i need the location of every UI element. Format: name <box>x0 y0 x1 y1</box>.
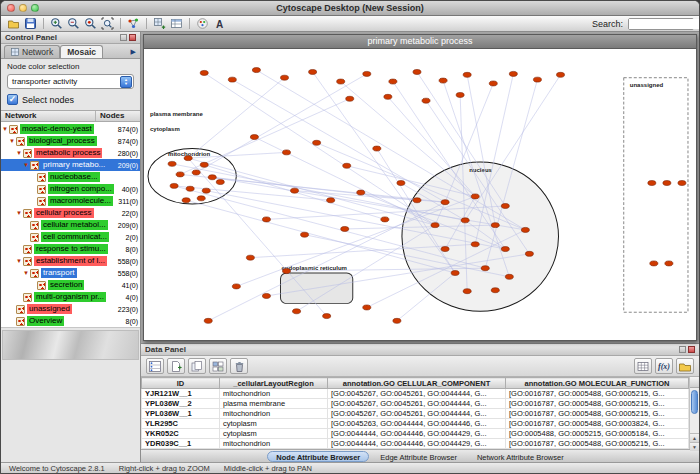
new-attribute-icon[interactable] <box>167 358 185 374</box>
graph-node[interactable] <box>182 198 190 203</box>
graph-node[interactable] <box>456 92 464 97</box>
tree-item[interactable]: ▼mosaic-demo-yeast874(0) <box>1 123 140 135</box>
graph-node[interactable] <box>168 161 176 166</box>
graph-node[interactable] <box>200 162 208 167</box>
delete-attribute-icon[interactable] <box>230 358 248 374</box>
tree-item[interactable]: cellular metabol...209(0) <box>1 219 140 231</box>
annotation-icon[interactable]: A <box>212 17 227 31</box>
graph-node[interactable] <box>363 71 371 76</box>
graph-node[interactable] <box>357 190 365 195</box>
import-attributes-icon[interactable] <box>676 358 694 374</box>
graph-node[interactable] <box>525 251 533 256</box>
zoom-selected-icon[interactable] <box>83 17 98 31</box>
graph-node[interactable] <box>491 223 499 228</box>
table-vertical-scrollbar[interactable]: ▲ ▼ <box>689 377 699 449</box>
close-window-button[interactable] <box>7 4 15 12</box>
graph-node[interactable] <box>461 218 469 223</box>
graph-node[interactable] <box>327 198 335 203</box>
tab-edge-attribute-browser[interactable]: Edge Attribute Browser <box>371 451 466 462</box>
tree-expander-icon[interactable]: ▼ <box>22 270 30 276</box>
graph-node[interactable] <box>313 140 321 145</box>
network-window[interactable]: primary metabolic process plasma membran… <box>143 34 697 341</box>
graph-node[interactable] <box>663 181 671 186</box>
float-panel-icon[interactable] <box>679 346 686 353</box>
column-header[interactable]: annotation.GO MOLECULAR_FUNCTION <box>506 378 689 389</box>
scroll-up-icon[interactable]: ▲ <box>690 433 699 442</box>
tree-item[interactable]: ▼transport558(0) <box>1 267 140 279</box>
graph-node[interactable] <box>232 284 240 289</box>
graph-node[interactable] <box>216 180 224 185</box>
graph-node[interactable] <box>283 150 291 155</box>
graph-node[interactable] <box>463 72 471 77</box>
scrollbar-thumb[interactable] <box>691 390 698 414</box>
zoom-fit-icon[interactable] <box>100 17 115 31</box>
graph-node[interactable] <box>439 78 447 83</box>
table-row[interactable]: YPL036W__2plasma membrane[GO:0045267, GO… <box>142 399 689 409</box>
tree-expander-icon[interactable]: ▼ <box>15 150 23 156</box>
tab-scroll-right-icon[interactable]: ▶ <box>131 48 140 58</box>
graph-node[interactable] <box>291 188 299 193</box>
column-header[interactable]: _cellularLayoutRegion <box>220 378 328 389</box>
graph-node[interactable] <box>441 200 449 205</box>
tree-item[interactable]: Overview8(0) <box>1 315 140 327</box>
graph-node[interactable] <box>346 96 354 101</box>
maximize-window-button[interactable] <box>31 4 39 12</box>
table-row[interactable]: YJR121W__1mitochondrion[GO:0045267, GO:0… <box>142 389 689 399</box>
network-overview-icon[interactable] <box>126 17 141 31</box>
graph-node[interactable] <box>384 94 392 99</box>
network-graph[interactable]: plasma membranecytoplasmmitochondrionnuc… <box>144 49 696 340</box>
tab-node-attribute-browser[interactable]: Node Attribute Browser <box>267 451 369 462</box>
graph-node[interactable] <box>397 181 405 186</box>
close-panel-icon[interactable] <box>129 34 136 41</box>
graph-node[interactable] <box>389 79 397 84</box>
open-session-icon[interactable] <box>6 17 21 31</box>
save-session-icon[interactable] <box>23 17 38 31</box>
graph-node[interactable] <box>301 232 309 237</box>
graph-node[interactable] <box>413 198 421 203</box>
tree-item[interactable]: ▼biological_process874(0) <box>1 135 140 147</box>
graph-node[interactable] <box>665 261 673 266</box>
create-network-icon[interactable] <box>152 17 167 31</box>
graph-node[interactable] <box>489 81 497 86</box>
graph-node[interactable] <box>481 266 489 271</box>
table-corner-button[interactable] <box>690 377 699 388</box>
graph-node[interactable] <box>252 68 260 73</box>
graph-node[interactable] <box>280 75 288 80</box>
tree-item[interactable]: ▼metabolic process280(0) <box>1 147 140 159</box>
tab-mosaic[interactable]: Mosaic <box>60 45 103 58</box>
graph-node[interactable] <box>228 77 236 82</box>
function-builder-icon[interactable]: f(x) <box>655 358 673 374</box>
graph-node[interactable] <box>431 223 439 228</box>
graph-node[interactable] <box>556 72 564 77</box>
table-row[interactable]: YKR052Ccytoplasm[GO:0044444, GO:0044446,… <box>142 429 689 439</box>
graph-node[interactable] <box>471 194 479 199</box>
scroll-down-icon[interactable]: ▼ <box>690 442 699 451</box>
tab-network-attribute-browser[interactable]: Network Attribute Browser <box>468 451 573 462</box>
graph-node[interactable] <box>246 255 254 260</box>
graph-node[interactable] <box>491 288 499 293</box>
graph-node[interactable] <box>200 70 208 75</box>
minimize-window-button[interactable] <box>19 4 27 12</box>
tree-item[interactable]: nitrogen compo...40(0) <box>1 183 140 195</box>
graph-node[interactable] <box>650 261 658 266</box>
graph-node[interactable] <box>293 309 301 314</box>
graph-node[interactable] <box>283 269 291 274</box>
tree-expander-icon[interactable]: ▼ <box>15 210 23 216</box>
tab-network[interactable]: Network <box>4 45 60 58</box>
column-header[interactable]: annotation.GO CELLULAR_COMPONENT <box>328 378 506 389</box>
select-nodes-checkbox[interactable]: ✓ <box>7 94 18 105</box>
table-row[interactable]: YDR039C__1mitochondrion[GO:0044444, GO:0… <box>142 439 689 449</box>
graph-node[interactable] <box>343 163 351 168</box>
graph-node[interactable] <box>363 305 371 310</box>
graph-node[interactable] <box>501 247 509 252</box>
copy-attribute-icon[interactable] <box>188 358 206 374</box>
graph-node[interactable] <box>501 203 509 208</box>
map-attributes-icon[interactable] <box>634 358 652 374</box>
network-canvas[interactable]: plasma membranecytoplasmmitochondrionnuc… <box>144 49 696 340</box>
graph-node[interactable] <box>337 79 345 84</box>
tree-item[interactable]: ▼primary metabo...209(0) <box>1 159 140 171</box>
graph-node[interactable] <box>533 77 541 82</box>
graph-node[interactable] <box>262 217 270 222</box>
search-combobox[interactable] <box>628 18 694 30</box>
graph-node[interactable] <box>648 181 656 186</box>
